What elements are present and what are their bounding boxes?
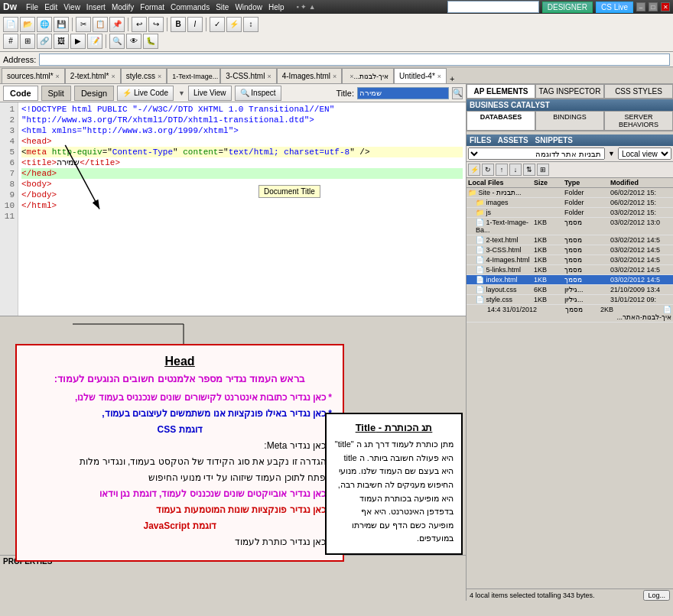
bold-btn[interactable]: B bbox=[171, 17, 186, 32]
menu-modify[interactable]: Modify bbox=[112, 3, 134, 11]
search-input[interactable] bbox=[447, 1, 539, 13]
files-tab-label[interactable]: FILES bbox=[470, 136, 491, 144]
tab-style[interactable]: style.css× bbox=[121, 68, 167, 83]
menu-format[interactable]: Format bbox=[140, 3, 164, 11]
tab-1text[interactable]: 1-Text-Image...× bbox=[167, 68, 220, 83]
tab-sources[interactable]: sources.html*× bbox=[2, 68, 65, 83]
form-btn[interactable]: 📝 bbox=[87, 34, 102, 49]
code-line-4: <head> bbox=[21, 136, 463, 147]
tab-tag-inspector[interactable]: TAG INSPECTOR bbox=[535, 84, 604, 99]
code-editor[interactable]: 12345 67891011 <!DOCTYPE html PUBLIC "-/… bbox=[0, 102, 466, 316]
file-item-site[interactable]: 📁 Site - תבניות...Folder06/02/2012 15: bbox=[467, 188, 673, 198]
validate-btn[interactable]: ✓ bbox=[210, 17, 225, 32]
file-item-3css[interactable]: 📄 3-CSS.html1KBמסמך03/02/2012 14:5 bbox=[467, 245, 673, 255]
tab-hebrew[interactable]: איך-לבנות...× bbox=[342, 68, 394, 83]
tab-2text[interactable]: 2-text.html*× bbox=[65, 68, 121, 83]
file-item-5links[interactable]: 📄 5-links.html1KBמסמך03/02/2012 14:5 bbox=[467, 265, 673, 275]
copy-btn[interactable]: 📋 bbox=[93, 17, 108, 32]
live-code-icon: ▼ bbox=[178, 89, 185, 97]
maximize-button[interactable]: □ bbox=[649, 2, 658, 11]
title-input[interactable]: שמירה bbox=[357, 87, 449, 99]
file-item-4images[interactable]: 📄 4-Images.html1KBמסמך03/02/2012 14:5 bbox=[467, 255, 673, 265]
connect-btn[interactable]: ⚡ bbox=[468, 164, 480, 176]
open-btn[interactable]: 📂 bbox=[20, 17, 35, 32]
code-tab-design[interactable]: Design bbox=[74, 86, 114, 101]
cut-btn[interactable]: ✂ bbox=[76, 17, 91, 32]
cs-live-button[interactable]: CS Live bbox=[596, 2, 633, 13]
annotation-item-8: * כאן נגדיר פונקציות שונות המוטמעות בעמו… bbox=[28, 503, 332, 517]
upload-btn[interactable]: ↑ bbox=[496, 164, 508, 176]
menu-help[interactable]: Help bbox=[268, 3, 284, 11]
col-modified: Modified bbox=[610, 179, 671, 186]
folder-select[interactable]: תבניות אתר לדוגמה bbox=[468, 148, 605, 160]
close-button[interactable]: ✕ bbox=[661, 2, 670, 11]
menu-window[interactable]: Window bbox=[235, 3, 262, 11]
italic-btn[interactable]: I bbox=[187, 17, 203, 32]
sync-btn2[interactable]: ⇅ bbox=[523, 164, 535, 176]
sync-btn[interactable]: ↕ bbox=[243, 17, 258, 32]
tab-ap-elements[interactable]: AP ELEMENTS bbox=[467, 84, 535, 99]
file-item-images[interactable]: 📁 imagesFolder06/02/2012 15: bbox=[467, 198, 673, 208]
live-code-button[interactable]: ⚡ Live Code bbox=[117, 86, 174, 101]
file-item-js[interactable]: 📁 jsFolder03/02/2012 15: bbox=[467, 208, 673, 218]
tab-3css[interactable]: 3-CSS.html× bbox=[220, 68, 276, 83]
grid-btn[interactable]: # bbox=[3, 34, 18, 49]
check-btn[interactable]: ⚡ bbox=[226, 17, 242, 32]
annotation-item-2: * כאן נגדיר באילו פונקציות אנו משתמשים ל… bbox=[28, 407, 332, 420]
menu-commands[interactable]: Commands bbox=[171, 3, 210, 11]
live-view-button[interactable]: Live View bbox=[188, 86, 232, 101]
menu-view[interactable]: View bbox=[63, 3, 80, 11]
expand-btn[interactable]: ⊞ bbox=[537, 164, 549, 176]
title-box-heading: תג הכותרת - Title bbox=[334, 422, 454, 433]
redo-btn[interactable]: ↪ bbox=[148, 17, 164, 32]
download-btn[interactable]: ↓ bbox=[509, 164, 522, 176]
undo-btn[interactable]: ↩ bbox=[132, 17, 147, 32]
workspace-selector[interactable]: DESIGNER bbox=[542, 2, 593, 13]
minimize-button[interactable]: – bbox=[636, 2, 645, 11]
tab-untitled[interactable]: Untitled-4*× bbox=[394, 68, 447, 83]
code-tab-code[interactable]: Code bbox=[3, 86, 38, 101]
new-tab-btn[interactable]: + bbox=[450, 74, 454, 83]
title-bar: Dw File Edit View Insert Modify Format C… bbox=[0, 0, 673, 14]
file-item-1text[interactable]: 📄 1-Text-Image-Ba...1KBמסמך03/02/2012 13… bbox=[467, 218, 673, 235]
subtab-server-behaviors[interactable]: SERVER BEHAVIORS bbox=[604, 111, 673, 131]
title-search-btn[interactable]: 🔍 bbox=[452, 87, 463, 99]
menu-edit[interactable]: Edit bbox=[44, 3, 57, 11]
file-item-index[interactable]: 📄 index.html1KBמסמך03/02/2012 14:5 bbox=[467, 275, 673, 285]
refresh-btn[interactable]: ↻ bbox=[482, 164, 494, 176]
browse-btn[interactable]: 🌐 bbox=[37, 17, 52, 32]
subtab-bindings[interactable]: BINDINGS bbox=[535, 111, 604, 131]
debug-btn[interactable]: 🐛 bbox=[143, 34, 158, 49]
link-btn[interactable]: 🔗 bbox=[37, 34, 52, 49]
subtab-databases[interactable]: DATABASES bbox=[467, 111, 535, 131]
code-tab-split[interactable]: Split bbox=[41, 86, 71, 101]
code-line-7: </head> bbox=[21, 168, 463, 179]
view-select[interactable]: Local view bbox=[618, 148, 671, 160]
inspect-button[interactable]: 🔍 Inspect bbox=[235, 86, 281, 101]
log-button[interactable]: Log... bbox=[643, 590, 670, 601]
code-content[interactable]: <!DOCTYPE html PUBLIC "-//W3C//DTD XHTML… bbox=[18, 102, 466, 316]
menu-file[interactable]: File bbox=[26, 3, 38, 11]
image-btn[interactable]: 🖼 bbox=[54, 34, 69, 49]
address-input[interactable] bbox=[39, 53, 670, 66]
paste-btn[interactable]: 📌 bbox=[109, 17, 125, 32]
menu-insert[interactable]: Insert bbox=[86, 3, 106, 11]
code-line-2: "http://www.w3.org/TR/xhtml1/DTD/xhtml1-… bbox=[21, 115, 463, 125]
save-btn[interactable]: 💾 bbox=[54, 17, 69, 32]
menu-site[interactable]: Site bbox=[216, 3, 229, 11]
preview-btn[interactable]: 👁 bbox=[126, 34, 141, 49]
code-line-1: <!DOCTYPE html PUBLIC "-//W3C//DTD XHTML… bbox=[21, 104, 463, 115]
snippets-tab-label[interactable]: SNIPPETS bbox=[535, 136, 573, 144]
assets-tab-label[interactable]: ASSETS bbox=[498, 136, 528, 144]
file-item-2text[interactable]: 📄 2-text.html1KBמסמך03/02/2012 14:5 bbox=[467, 235, 673, 245]
tab-css-styles[interactable]: CSS STYLES bbox=[604, 84, 673, 99]
file-item-stylecss[interactable]: 📄 style.css1KBגיליון...31/01/2012 09: bbox=[467, 295, 673, 305]
new-btn[interactable]: 📄 bbox=[3, 17, 18, 32]
file-item-layoutcss[interactable]: 📄 layout.css6KBגיליון...21/10/2009 13:4 bbox=[467, 285, 673, 295]
media-btn[interactable]: ▶ bbox=[70, 34, 86, 49]
zoom-btn[interactable]: 🔍 bbox=[109, 34, 125, 49]
tab-4images[interactable]: 4-Images.html× bbox=[277, 68, 343, 83]
table-btn[interactable]: ⊞ bbox=[20, 34, 35, 49]
col-local-files: Local Files bbox=[468, 179, 534, 186]
file-item-hebrew[interactable]: 📄 איך-לבנות-האתר...2KBמסמך31/01/2012 14:… bbox=[467, 305, 673, 323]
